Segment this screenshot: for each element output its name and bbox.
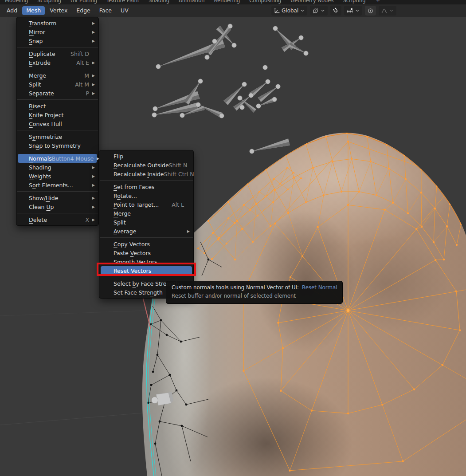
- menu-shortcut: Shift D: [70, 51, 90, 57]
- menu-item-split[interactable]: SplitAlt M▶: [18, 80, 97, 89]
- menu-separator: [17, 213, 98, 213]
- menu-shortcut: Alt L: [172, 201, 185, 208]
- menu-item-point-to-target[interactable]: Point to Target...Alt L: [101, 200, 192, 209]
- menu-item-label: Merge: [18, 72, 46, 79]
- falloff-curve-icon: [381, 8, 388, 14]
- chevron-down-icon: [300, 8, 305, 13]
- submenu-arrow-icon: ▶: [90, 205, 95, 209]
- menu-shortcut: Shift N: [169, 162, 188, 169]
- menu-item-label: Bisect: [18, 103, 46, 110]
- workspace-tab-sculpting[interactable]: Sculpting: [36, 0, 62, 4]
- menu-item-bisect[interactable]: Bisect: [18, 102, 97, 110]
- editor-menu-face[interactable]: Face: [95, 6, 116, 15]
- menu-item-shading[interactable]: Shading▶: [18, 163, 97, 172]
- workspace-tab-animation[interactable]: Animation: [178, 0, 206, 4]
- menu-item-knife-project[interactable]: Knife Project: [18, 110, 97, 119]
- menu-item-label: Show/Hide: [18, 195, 58, 201]
- menu-item-smooth-vectors[interactable]: Smooth Vectors: [101, 257, 192, 266]
- menu-item-label: Average: [101, 228, 136, 235]
- workspace-tab-modeling[interactable]: Modeling: [4, 0, 29, 4]
- pivot-dropdown[interactable]: [310, 6, 328, 16]
- menu-item-label: Point to Target...: [101, 201, 159, 208]
- menu-separator: [17, 191, 98, 192]
- workspace-tab-texture-paint[interactable]: Texture Paint: [106, 0, 140, 4]
- menu-item-average[interactable]: Average▶: [101, 227, 192, 236]
- menu-shortcut: Alt E: [76, 59, 90, 66]
- menu-item-snap[interactable]: Snap▶: [18, 36, 97, 45]
- menu-item-snap-to-symmetry[interactable]: Snap to Symmetry: [18, 141, 97, 150]
- menu-item-show-hide[interactable]: Show/Hide▶: [18, 193, 97, 202]
- menu-item-weights[interactable]: Weights▶: [18, 172, 97, 181]
- menu-item-split[interactable]: Split: [101, 218, 192, 227]
- workspace-tab-compositing[interactable]: Compositing: [248, 0, 282, 4]
- pivot-icon: [312, 8, 319, 14]
- menu-item-label: Set from Faces: [101, 184, 154, 190]
- menu-item-normals[interactable]: NormalsButton4 Mouse▶: [18, 154, 97, 163]
- menu-item-rotate[interactable]: Rotate...: [101, 191, 192, 200]
- editor-menu-edge[interactable]: Edge: [72, 6, 94, 15]
- menu-item-merge[interactable]: MergeM▶: [18, 71, 97, 80]
- menu-item-paste-vectors[interactable]: Paste Vectors: [101, 248, 192, 257]
- workspace-tab-scripting[interactable]: Scripting: [342, 0, 366, 4]
- menu-item-merge[interactable]: Merge: [101, 209, 192, 218]
- menu-item-delete[interactable]: DeleteX▶: [18, 215, 97, 224]
- snap-toggle[interactable]: [330, 6, 341, 16]
- menu-separator: [17, 69, 98, 69]
- menu-item-label: Recalculate Inside: [101, 171, 164, 177]
- tooltip-line1: Custom normals tools using Normal Vector…: [172, 284, 299, 291]
- menu-item-extrude[interactable]: ExtrudeAlt E▶: [18, 58, 97, 67]
- menu-separator: [17, 47, 98, 47]
- snap-target-dropdown[interactable]: [344, 6, 362, 16]
- chevron-down-icon: [389, 8, 394, 13]
- workspace-tab-bar: ModelingSculptingUV EditingTexture Paint…: [0, 0, 466, 4]
- menu-shortcut: Button4 Mouse: [52, 155, 94, 162]
- viewport-header: AddMeshVertexEdgeFaceUV Global: [0, 4, 466, 17]
- workspace-tab-shading[interactable]: Shading: [148, 0, 170, 4]
- submenu-arrow-icon: ▶: [90, 165, 95, 169]
- menu-item-label: Knife Project: [18, 112, 63, 118]
- menu-item-label: Smooth Vectors: [101, 259, 157, 265]
- workspace-tab-uv-editing[interactable]: UV Editing: [70, 0, 98, 4]
- editor-menu-mesh[interactable]: Mesh: [22, 6, 45, 15]
- menu-item-transform[interactable]: Transform▶: [18, 19, 97, 28]
- submenu-arrow-icon: ▶: [90, 174, 95, 178]
- proportional-edit-toggle[interactable]: [365, 6, 376, 16]
- menu-separator: [100, 277, 193, 277]
- menu-item-separate[interactable]: SeparateP▶: [18, 89, 97, 98]
- menu-item-reset-vectors[interactable]: Reset Vectors: [101, 266, 192, 275]
- falloff-dropdown[interactable]: [379, 6, 396, 16]
- viewport-grid-lines: [0, 311, 147, 425]
- menu-item-clean-up[interactable]: Clean Up▶: [18, 202, 97, 211]
- add-workspace-button[interactable]: +: [375, 0, 381, 4]
- menu-item-flip[interactable]: Flip: [101, 152, 192, 161]
- menu-item-label: Split: [18, 81, 41, 88]
- workspace-tab-geometry-nodes[interactable]: Geometry Nodes: [290, 0, 334, 4]
- orientation-label: Global: [282, 8, 298, 14]
- menu-item-label: Normals: [18, 155, 52, 162]
- menu-item-mirror[interactable]: Mirror▶: [18, 28, 97, 36]
- workspace-tab-rendering[interactable]: Rendering: [213, 0, 241, 4]
- editor-menu-add[interactable]: Add: [3, 6, 21, 15]
- menu-item-sort-elements[interactable]: Sort Elements...▶: [18, 181, 97, 189]
- tooltip: Custom normals tools using Normal Vector…: [166, 281, 343, 304]
- menu-item-label: Symmetrize: [18, 134, 62, 140]
- menu-item-symmetrize[interactable]: Symmetrize: [18, 132, 97, 141]
- editor-menu-vertex[interactable]: Vertex: [46, 6, 71, 15]
- menu-item-set-from-faces[interactable]: Set from Faces: [101, 182, 192, 191]
- menu-item-label: Extrude: [18, 59, 51, 66]
- menu-item-label: Delete: [18, 216, 47, 223]
- menu-item-recalculate-inside[interactable]: Recalculate InsideShift Ctrl N: [101, 169, 192, 178]
- menu-item-convex-hull[interactable]: Convex Hull: [18, 119, 97, 128]
- orientation-dropdown[interactable]: Global: [271, 6, 307, 16]
- snap-increment-icon: [346, 8, 353, 14]
- menu-shortcut: P: [86, 90, 90, 97]
- menu-item-label: Separate: [18, 90, 54, 97]
- submenu-arrow-icon: ▶: [90, 74, 95, 78]
- menu-item-label: Merge: [101, 210, 131, 217]
- menu-separator: [17, 152, 98, 152]
- menu-separator: [100, 237, 193, 238]
- menu-item-duplicate[interactable]: DuplicateShift D: [18, 49, 97, 58]
- editor-menu-uv[interactable]: UV: [117, 6, 133, 15]
- menu-item-copy-vectors[interactable]: Copy Vectors: [101, 240, 192, 248]
- menu-item-recalculate-outside[interactable]: Recalculate OutsideShift N: [101, 161, 192, 169]
